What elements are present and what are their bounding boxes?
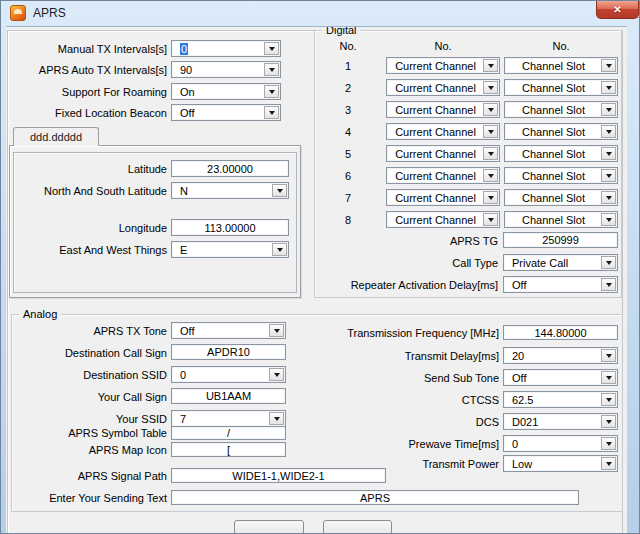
- aprs-tg-input[interactable]: 250999: [503, 232, 618, 248]
- digital-channel-combo-5[interactable]: Current Channel: [386, 145, 500, 162]
- dropdown-arrow-icon[interactable]: [601, 457, 616, 470]
- digital-slot-combo-7[interactable]: Channel Slot: [504, 189, 618, 206]
- dropdown-arrow-icon[interactable]: [601, 169, 616, 182]
- digital-group-title: Digital: [322, 26, 361, 37]
- bottom-button-left[interactable]: [234, 520, 304, 534]
- dropdown-arrow-icon[interactable]: [601, 103, 616, 116]
- digital-channel-combo-3[interactable]: Current Channel: [386, 101, 500, 118]
- destination-call-sign-input[interactable]: APDR10: [171, 344, 286, 360]
- support-for-roaming-combo[interactable]: On: [171, 83, 281, 100]
- latitude-input[interactable]: 23.00000: [171, 160, 289, 177]
- transmission-frequency-input[interactable]: 144.80000: [503, 325, 618, 340]
- transmit-delay-label: Transmit Delay[ms]: [306, 347, 499, 364]
- window-title: APRS: [33, 6, 66, 20]
- digital-channel-combo-6[interactable]: Current Channel: [386, 167, 500, 184]
- title-bar[interactable]: APRS ✕: [1, 1, 640, 26]
- digital-row-number-5: 5: [328, 145, 368, 162]
- digital-row-number-2: 2: [328, 79, 368, 96]
- digital-slot-combo-2[interactable]: Channel Slot: [504, 79, 618, 96]
- dropdown-arrow-icon[interactable]: [483, 147, 498, 160]
- aprs-symbol-table-input[interactable]: /: [171, 426, 286, 440]
- manual-tx-intervals-combo[interactable]: 0: [171, 40, 281, 57]
- dropdown-arrow-icon[interactable]: [601, 349, 616, 362]
- dropdown-arrow-icon[interactable]: [483, 169, 498, 182]
- dropdown-arrow-icon[interactable]: [264, 85, 279, 98]
- dropdown-arrow-icon[interactable]: [601, 256, 616, 269]
- your-ssid-combo[interactable]: 7: [171, 410, 286, 427]
- dropdown-arrow-icon[interactable]: [601, 278, 616, 291]
- dropdown-arrow-icon[interactable]: [269, 412, 284, 425]
- dropdown-arrow-icon[interactable]: [483, 191, 498, 204]
- digital-channel-combo-2[interactable]: Current Channel: [386, 79, 500, 96]
- dropdown-arrow-icon[interactable]: [483, 103, 498, 116]
- dropdown-arrow-icon[interactable]: [264, 106, 279, 119]
- longitude-label: Longitude: [16, 219, 167, 236]
- digital-channel-combo-4[interactable]: Current Channel: [386, 123, 500, 140]
- analog-group-title: Analog: [19, 308, 61, 321]
- digital-slot-combo-3[interactable]: Channel Slot: [504, 101, 618, 118]
- dropdown-arrow-icon[interactable]: [601, 371, 616, 384]
- digital-slot-combo-6[interactable]: Channel Slot: [504, 167, 618, 184]
- digital-row-number-3: 3: [328, 101, 368, 118]
- transmit-delay-combo[interactable]: 20: [503, 347, 618, 364]
- dropdown-arrow-icon[interactable]: [601, 81, 616, 94]
- tab-ddd-ddddd[interactable]: ddd.ddddd: [13, 127, 99, 146]
- digital-row-number-6: 6: [328, 167, 368, 184]
- digital-col-header-no: No.: [328, 39, 368, 52]
- repeater-activation-delay-combo[interactable]: Off: [503, 276, 618, 293]
- aprs-auto-tx-intervals-combo[interactable]: 90: [171, 61, 281, 78]
- digital-slot-combo-4[interactable]: Channel Slot: [504, 123, 618, 140]
- transmit-power-label: Transmit Power: [306, 455, 499, 472]
- dropdown-arrow-icon[interactable]: [483, 125, 498, 138]
- dropdown-arrow-icon[interactable]: [601, 59, 616, 72]
- east-west-things-combo[interactable]: E: [171, 241, 289, 258]
- dropdown-arrow-icon[interactable]: [601, 125, 616, 138]
- dropdown-arrow-icon[interactable]: [601, 147, 616, 160]
- your-call-sign-input[interactable]: UB1AAM: [171, 388, 286, 404]
- fixed-location-beacon-label: Fixed Location Beacon: [14, 104, 167, 121]
- dropdown-arrow-icon[interactable]: [483, 59, 498, 72]
- destination-ssid-combo[interactable]: 0: [171, 366, 286, 383]
- dropdown-arrow-icon[interactable]: [483, 81, 498, 94]
- aprs-map-icon-input[interactable]: [: [171, 442, 286, 457]
- dcs-combo[interactable]: D021: [503, 413, 618, 430]
- dropdown-arrow-icon[interactable]: [269, 324, 284, 337]
- digital-row-number-4: 4: [328, 123, 368, 140]
- dropdown-arrow-icon[interactable]: [483, 213, 498, 226]
- dropdown-arrow-icon[interactable]: [601, 191, 616, 204]
- dropdown-arrow-icon[interactable]: [272, 243, 287, 256]
- close-button[interactable]: ✕: [596, 1, 639, 19]
- dropdown-arrow-icon[interactable]: [269, 368, 284, 381]
- sending-text-input[interactable]: APRS: [171, 490, 579, 505]
- dropdown-arrow-icon[interactable]: [601, 213, 616, 226]
- call-type-combo[interactable]: Private Call: [503, 254, 618, 271]
- north-south-latitude-combo[interactable]: N: [171, 182, 289, 199]
- dropdown-arrow-icon[interactable]: [264, 42, 279, 55]
- digital-slot-combo-5[interactable]: Channel Slot: [504, 145, 618, 162]
- digital-channel-combo-8[interactable]: Current Channel: [386, 211, 500, 228]
- digital-slot-combo-8[interactable]: Channel Slot: [504, 211, 618, 228]
- bottom-button-right[interactable]: [323, 520, 392, 534]
- dcs-label: DCS: [306, 413, 499, 430]
- dropdown-arrow-icon[interactable]: [601, 437, 616, 450]
- prewave-time-combo[interactable]: 0: [503, 435, 618, 452]
- fixed-location-beacon-combo[interactable]: Off: [171, 104, 281, 121]
- dropdown-arrow-icon[interactable]: [264, 63, 279, 76]
- digital-channel-combo-1[interactable]: Current Channel: [386, 57, 500, 74]
- transmission-frequency-label: Transmission Frequency [MHz]: [306, 325, 499, 340]
- your-call-sign-label: Your Call Sign: [16, 388, 167, 405]
- aprs-auto-tx-intervals-label: APRS Auto TX Intervals[s]: [14, 61, 167, 78]
- ctcss-combo[interactable]: 62.5: [503, 391, 618, 408]
- aprs-tx-tone-combo[interactable]: Off: [171, 322, 286, 339]
- app-icon: [10, 5, 26, 21]
- send-sub-tone-combo[interactable]: Off: [503, 369, 618, 386]
- longitude-input[interactable]: 113.00000: [171, 219, 289, 236]
- digital-channel-combo-7[interactable]: Current Channel: [386, 189, 500, 206]
- dropdown-arrow-icon[interactable]: [601, 415, 616, 428]
- dropdown-arrow-icon[interactable]: [272, 184, 287, 197]
- east-west-things-label: East And West Things: [16, 241, 167, 258]
- transmit-power-combo[interactable]: Low: [503, 455, 618, 472]
- digital-slot-combo-1[interactable]: Channel Slot: [504, 57, 618, 74]
- dropdown-arrow-icon[interactable]: [601, 393, 616, 406]
- destination-call-sign-label: Destination Call Sign: [16, 344, 167, 361]
